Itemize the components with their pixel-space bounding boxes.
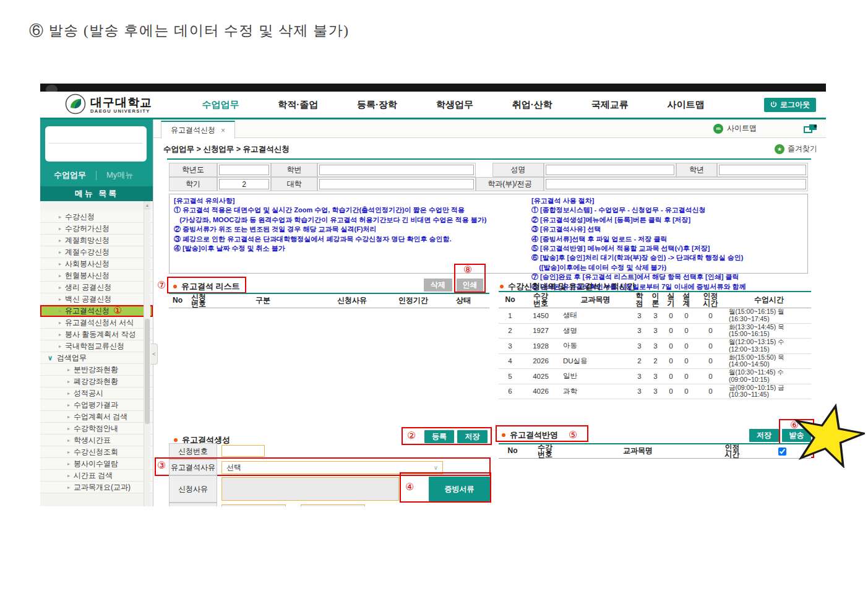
sidebar-item-label: 유고결석신청서 서식 (65, 318, 134, 328)
tab-close-icon[interactable]: × (221, 126, 225, 135)
university-logo[interactable]: 대구대학교 DAEGU UNIVERSITY (65, 93, 152, 117)
absence-list-header-row: No신청 번호구분신청사유인정기간상태 (169, 293, 489, 308)
scroll-up-arrow-icon[interactable]: ▲ (144, 201, 150, 209)
sidebar-item[interactable]: ▸생리 공결신청 (40, 282, 153, 293)
main-nav-item[interactable]: 국제교류 (591, 99, 629, 111)
triangle-icon: ▸ (67, 379, 70, 384)
scrollbar-thumb[interactable] (145, 319, 150, 424)
delete-button[interactable]: 삭제 (424, 279, 452, 292)
period-start-input[interactable] (221, 504, 286, 506)
tab-absence-application[interactable]: 유고결석신청 × (161, 121, 235, 139)
logo-subtitle: DAEGU UNIVERSITY (90, 108, 152, 114)
year-input[interactable] (219, 165, 269, 175)
favorites-label: 즐겨찾기 (788, 144, 817, 154)
sidebar-item[interactable]: ▸계절수강신청 (40, 246, 153, 258)
sidebar-item-label: 수강허가신청 (65, 223, 110, 234)
course-cell: 0 (694, 339, 727, 353)
column-header: 인정 시간 (694, 292, 727, 308)
main-nav-item[interactable]: 등록·장학 (357, 99, 397, 111)
name-input[interactable] (546, 165, 674, 175)
notice-title: [유고결석 유의사항] (174, 196, 528, 205)
application-no-input[interactable] (221, 445, 265, 457)
course-row: 64026과학33000금(09:00~10:15) 금(10:30~11:45… (499, 384, 811, 400)
course-cell: 0 (663, 339, 679, 353)
sitemap-icon: m (713, 124, 723, 134)
sitemap-link[interactable]: m 사이트맵 (713, 123, 757, 134)
triangle-icon: ▸ (59, 261, 61, 267)
sidebar-item[interactable]: ▸국내학점교류신청 (40, 340, 153, 352)
sidebar-item[interactable]: ▸유고결석신청서 서식 (40, 317, 153, 329)
course-cell: 0 (663, 354, 679, 369)
sidebar-item[interactable]: ▸교과목개요(교과) (40, 482, 153, 493)
sidebar-item[interactable]: ▸수강신청조회 (40, 446, 153, 458)
field-label-name: 성명 (492, 163, 544, 177)
windows-icon[interactable] (804, 124, 817, 136)
sidebar-item[interactable]: ▸시간표 검색 (40, 470, 153, 482)
main-content: 유고결석신청 × m 사이트맵 수업업무 > 신청업무 > 유고결석신청 ★ 즐… (153, 119, 826, 506)
sidebar-item[interactable]: ▸성적공시 (40, 387, 153, 399)
sidebar-item[interactable]: ▸봉사이수열람 (40, 458, 153, 470)
main-nav-item[interactable]: 학적·졸업 (278, 99, 318, 111)
sidebar-item[interactable]: ▸수강신청 (40, 211, 153, 223)
create-save-button[interactable]: 저장 (457, 430, 488, 443)
sidebar-scrollbar[interactable]: ▲ (144, 201, 150, 506)
evidence-button[interactable]: 증빙서류 (429, 477, 490, 501)
course-cell: 2 (499, 324, 522, 339)
apply-save-button[interactable]: 저장 (749, 429, 779, 442)
sidebar-item[interactable]: ▸유고결석신청① (40, 305, 153, 317)
sidebar-item[interactable]: ▸폐강강좌현황 (40, 376, 153, 387)
triangle-icon: ▸ (59, 226, 61, 231)
tab-bar: 유고결석신청 × m 사이트맵 (153, 119, 826, 138)
notice-line: ③ [유고결석사유] 선택 (531, 225, 807, 234)
sidebar-item[interactable]: ▸수강허가신청 (40, 223, 153, 235)
triangle-icon: ▸ (67, 438, 70, 443)
sidebar-item[interactable]: ▸학생시간표 (40, 435, 153, 446)
course-cell: 0 (663, 369, 679, 384)
sidebar-group-search[interactable]: ∨검색업무 (40, 352, 153, 364)
main-nav-item[interactable]: 학생업무 (436, 99, 473, 111)
logout-button[interactable]: 로그아웃 (764, 98, 816, 112)
annotation-badge-8: ⑧ (463, 265, 472, 275)
sidebar-item[interactable]: ▸백신 공결신청 (40, 293, 153, 305)
course-cell: 0 (694, 308, 727, 323)
sidebar-collapse-handle[interactable]: < (151, 344, 158, 365)
annotation-badge-4: ④ (405, 482, 414, 492)
period-end-input[interactable] (301, 504, 365, 506)
register-button[interactable]: 등록 (424, 430, 454, 443)
apply-table: No수강 번호교과목명인정 시간 (499, 443, 811, 459)
bullet-icon (174, 438, 178, 442)
college-input[interactable] (319, 179, 474, 189)
notice-line: ⑥ [발송]후 [승인]처리 대기(학과(부)장 승인) -> 단과대학 행정실… (531, 253, 807, 262)
course-cell: 생태 (560, 308, 631, 323)
department-input[interactable] (546, 179, 806, 189)
column-header: No (169, 294, 186, 308)
application-reason-textarea[interactable] (221, 477, 399, 501)
grade-input[interactable] (719, 165, 806, 175)
field-label-semester: 학기 (169, 177, 217, 191)
triangle-icon: ▸ (59, 249, 61, 255)
sidebar-group-label: 검색업무 (57, 353, 87, 363)
sidebar-item[interactable]: ▸수업평가결과 (40, 399, 153, 411)
sidebar-tab-work[interactable]: 수업업무 (54, 170, 86, 181)
sidebar-item[interactable]: ▸봉사 활동계획서 작성 (40, 329, 153, 340)
course-cell: 4026 (522, 384, 560, 399)
main-nav-item[interactable]: 취업·산학 (512, 99, 552, 111)
sidebar-item[interactable]: ▸계절희망신청 (40, 235, 153, 246)
course-cell: 금(09:00~10:15) 금(10:30~11:45) (727, 384, 811, 399)
main-nav-item[interactable]: 사이트맵 (667, 99, 704, 111)
sidebar-item[interactable]: ▸헌혈봉사신청 (40, 270, 153, 282)
form-spacer (476, 163, 492, 177)
sidebar-item[interactable]: ▸사회봉사신청 (40, 258, 153, 270)
browser-chrome-bar (40, 84, 826, 92)
student-no-input[interactable] (319, 165, 474, 175)
sidebar-item[interactable]: ▸분반강좌현황 (40, 364, 153, 376)
main-nav-item[interactable]: 수업업무 (202, 99, 239, 111)
sidebar-tab-mymenu[interactable]: My메뉴 (106, 170, 133, 181)
course-cell: 0 (679, 369, 694, 384)
favorites-button[interactable]: ★ 즐겨찾기 (775, 144, 817, 154)
column-header: 인정 시간 (712, 444, 752, 458)
select-all-checkbox[interactable] (778, 448, 786, 456)
sidebar-item[interactable]: ▸수업계획서 검색 (40, 411, 153, 423)
column-header: No (499, 444, 526, 458)
sidebar-item[interactable]: ▸수강학점안내 (40, 423, 153, 435)
